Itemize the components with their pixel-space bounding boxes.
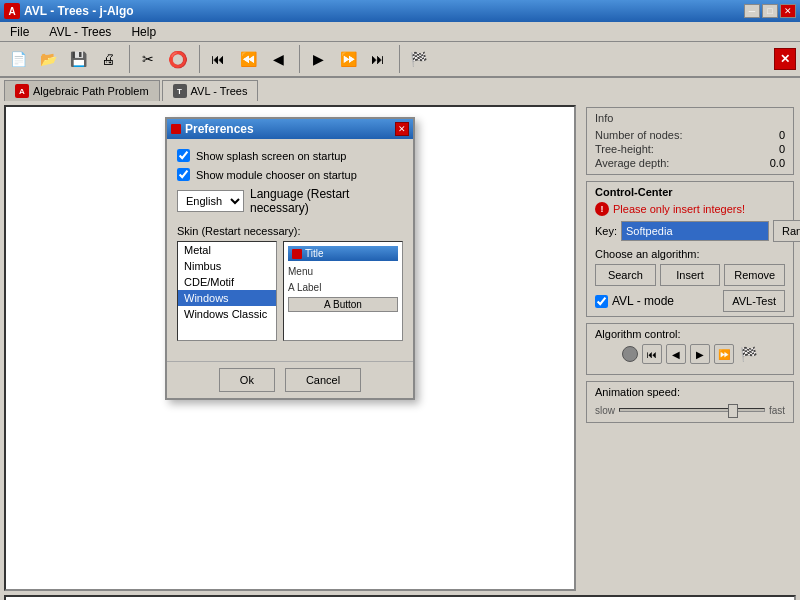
info-section: Info Number of nodes: 0 Tree-height: 0 A… [586, 107, 794, 175]
insert-button[interactable]: Insert [660, 264, 721, 286]
cancel-button[interactable]: Cancel [285, 368, 361, 392]
avl-mode-checkbox[interactable] [595, 295, 608, 308]
skin-preview: Title Menu A Label A Button [283, 241, 403, 341]
warning-icon: ! [595, 202, 609, 216]
module-checkbox[interactable] [177, 168, 190, 181]
avl-mode-label: AVL - mode [612, 294, 674, 308]
dialog-icon [171, 124, 181, 134]
step-back-btn[interactable]: ◀ [666, 344, 686, 364]
anim-speed-row: slow fast [595, 402, 785, 418]
key-input[interactable] [621, 221, 769, 241]
canvas-area: Preferences ✕ Show splash screen on star… [4, 105, 576, 591]
info-title: Info [595, 112, 785, 124]
info-nodes-row: Number of nodes: 0 [595, 128, 785, 142]
splash-checkbox[interactable] [177, 149, 190, 162]
speed-slider-thumb[interactable] [728, 404, 738, 418]
dialog-overlay: Preferences ✕ Show splash screen on star… [6, 107, 574, 589]
language-select[interactable]: English [177, 190, 244, 212]
preview-label: A Label [288, 282, 398, 293]
random-button[interactable]: Random [773, 220, 800, 242]
flag-btn[interactable]: 🏁 [738, 344, 758, 364]
preview-icon [292, 249, 302, 259]
toolbar-step-fwd[interactable]: ▶ [304, 45, 332, 73]
dialog-title-bar: Preferences ✕ [167, 119, 413, 139]
title-text: A AVL - Trees - j-Algo [4, 3, 134, 19]
skin-windows[interactable]: Windows [178, 290, 276, 306]
avl-test-button[interactable]: AVL-Test [723, 290, 785, 312]
control-center-title: Control-Center [595, 186, 785, 198]
toolbar-end[interactable]: ⏭ [364, 45, 392, 73]
control-center-section: Control-Center ! Please only insert inte… [586, 181, 794, 317]
toolbar-open[interactable]: 📂 [34, 45, 62, 73]
skin-cde-motif[interactable]: CDE/Motif [178, 274, 276, 290]
preferences-dialog: Preferences ✕ Show splash screen on star… [165, 117, 415, 400]
toolbar-flag[interactable]: 🏁 [404, 45, 432, 73]
toolbar-new[interactable]: 📄 [4, 45, 32, 73]
toolbar-sep1 [126, 45, 130, 73]
tab-avl-icon: T [173, 84, 187, 98]
tab-algebraic-icon: A [15, 84, 29, 98]
toolbar-back[interactable]: ⏪ [234, 45, 262, 73]
search-button[interactable]: Search [595, 264, 656, 286]
key-row: Key: Random [595, 220, 785, 242]
avl-row: AVL - mode AVL-Test [595, 290, 785, 312]
preview-menu: Menu [288, 265, 398, 278]
right-panel: Info Number of nodes: 0 Tree-height: 0 A… [580, 101, 800, 595]
dialog-footer: Ok Cancel [167, 361, 413, 398]
menu-help[interactable]: Help [125, 23, 162, 41]
nodes-value: 0 [779, 129, 785, 141]
close-btn[interactable]: ✕ [780, 4, 796, 18]
toolbar-fwd[interactable]: ⏩ [334, 45, 362, 73]
remove-button[interactable]: Remove [724, 264, 785, 286]
menu-avl-trees[interactable]: AVL - Trees [43, 23, 117, 41]
preview-title-bar: Title [288, 246, 398, 261]
toolbar: 📄 📂 💾 🖨 ✂ ⭕ ⏮ ⏪ ◀ ▶ ⏩ ⏭ 🏁 ✕ [0, 42, 800, 78]
language-label: Language (Restart necessary) [250, 187, 403, 215]
rewind-btn[interactable]: ⏮ [642, 344, 662, 364]
title-bar: A AVL - Trees - j-Algo ─ □ ✕ [0, 0, 800, 22]
dialog-title-text: Preferences [171, 122, 254, 136]
speed-fast-label: fast [769, 405, 785, 416]
module-checkbox-row: Show module chooser on startup [177, 168, 403, 181]
menu-file[interactable]: File [4, 23, 35, 41]
key-label: Key: [595, 225, 617, 237]
speed-slow-label: slow [595, 405, 615, 416]
stop-btn[interactable] [622, 346, 638, 362]
toolbar-print[interactable]: 🖨 [94, 45, 122, 73]
skin-area: Metal Nimbus CDE/Motif Windows Windows C… [177, 241, 403, 341]
toolbar-cut[interactable]: ✂ [134, 45, 162, 73]
fast-fwd-btn[interactable]: ⏩ [714, 344, 734, 364]
info-height-row: Tree-height: 0 [595, 142, 785, 156]
height-value: 0 [779, 143, 785, 155]
depth-value: 0.0 [770, 157, 785, 169]
preview-button[interactable]: A Button [288, 297, 398, 312]
app-icon: A [4, 3, 20, 19]
algo-control-section: Algorithm control: ⏮ ◀ ▶ ⏩ 🏁 [586, 323, 794, 375]
maximize-btn[interactable]: □ [762, 4, 778, 18]
splash-checkbox-row: Show splash screen on startup [177, 149, 403, 162]
avl-checkbox-row: AVL - mode [595, 294, 674, 308]
tab-avl-trees[interactable]: T AVL - Trees [162, 80, 259, 101]
main-content: Preferences ✕ Show splash screen on star… [0, 101, 800, 595]
minimize-btn[interactable]: ─ [744, 4, 760, 18]
skin-nimbus[interactable]: Nimbus [178, 258, 276, 274]
toolbar-close[interactable]: ✕ [774, 48, 796, 70]
toolbar-sep4 [396, 45, 400, 73]
toolbar-step-back[interactable]: ◀ [264, 45, 292, 73]
language-row: English Language (Restart necessary) [177, 187, 403, 215]
tab-algebraic[interactable]: A Algebraic Path Problem [4, 80, 160, 101]
skin-metal[interactable]: Metal [178, 242, 276, 258]
control-buttons: ⏮ ◀ ▶ ⏩ 🏁 [595, 344, 785, 364]
skin-windows-classic[interactable]: Windows Classic [178, 306, 276, 322]
skin-list[interactable]: Metal Nimbus CDE/Motif Windows Windows C… [177, 241, 277, 341]
anim-speed-title: Animation speed: [595, 386, 785, 398]
step-fwd-btn[interactable]: ▶ [690, 344, 710, 364]
dialog-close-btn[interactable]: ✕ [395, 122, 409, 136]
toolbar-save[interactable]: 💾 [64, 45, 92, 73]
toolbar-circle[interactable]: ⭕ [164, 45, 192, 73]
bottom-area [4, 595, 796, 600]
ok-button[interactable]: Ok [219, 368, 275, 392]
toolbar-sep3 [296, 45, 300, 73]
toolbar-rewind[interactable]: ⏮ [204, 45, 232, 73]
dialog-body: Show splash screen on startup Show modul… [167, 139, 413, 361]
